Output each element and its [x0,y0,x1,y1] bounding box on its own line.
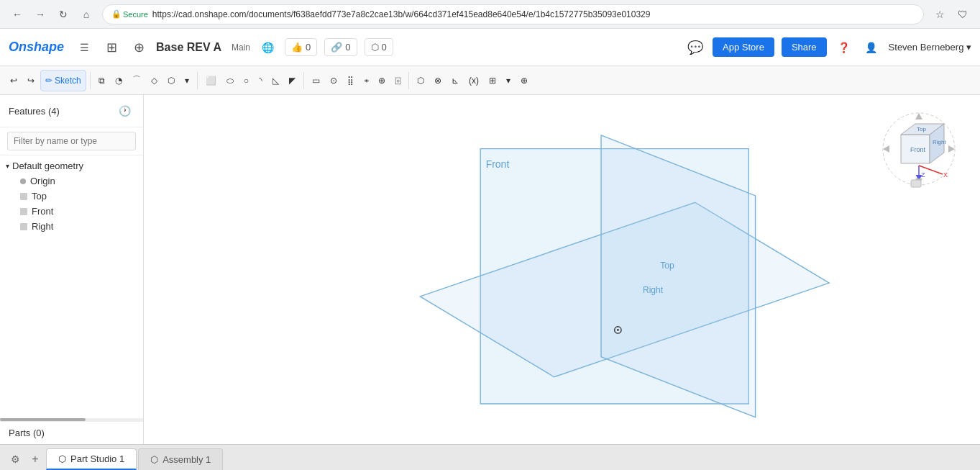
box-icon: ⬜ [206,76,216,86]
sidebar-tree: ▾ Default geometry Origin Top Front [0,155,143,418]
view-icon: ⊞ [489,76,496,86]
tab-part-studio[interactable]: ⬡ Part Studio 1 [46,448,137,470]
viewport[interactable]: Front Top Right Front Top [144,95,980,444]
tab-settings-button[interactable]: ⚙ [6,450,24,469]
default-geometry-group[interactable]: ▾ Default geometry [0,158,143,173]
sphere-button[interactable]: ○ [239,70,253,91]
sketch-button[interactable]: ✏ Sketch [40,70,86,91]
address-bar[interactable]: 🔒 Secure https://cad.onshape.com/documen… [102,4,924,24]
svg-text:Top: Top [917,126,926,132]
draft-button[interactable]: ◤ [285,70,300,91]
sphere-icon: ○ [244,76,249,86]
user-avatar[interactable]: 👤 [861,37,881,58]
user-name[interactable]: Steven Berneberg ▾ [889,42,971,53]
history-button[interactable]: 🕐 [114,101,134,121]
measure-icon: ⊾ [452,76,459,86]
assembly-tab-label: Assembly 1 [162,454,211,465]
extension-button[interactable]: 🛡 [953,4,973,24]
refresh-button[interactable]: ↻ [53,4,73,24]
boolean-icon: ⊕ [378,76,385,86]
boolean-button[interactable]: ⊕ [374,70,390,91]
bookmark-button[interactable]: ☆ [930,4,950,24]
dropdown-icon: ▾ [185,76,189,86]
part-studio-tab-icon: ⬡ [58,453,66,464]
redo-button[interactable]: ↪ [23,70,39,91]
view-cube[interactable]: Front Top Right Z X [879,109,958,189]
copy-button[interactable]: ⧉ [94,70,109,91]
browser-bar: ← → ↻ ⌂ 🔒 Secure https://cad.onshape.com… [0,0,980,29]
split-button[interactable]: ⌻ [391,70,405,91]
pattern-icon: ⣿ [347,76,354,86]
features-title: Features (4) [9,106,60,117]
extrude-button[interactable]: ⬡ [163,70,179,91]
split-icon: ⌻ [395,76,400,86]
plane-button[interactable]: ⬡ [413,70,429,91]
svg-text:Top: Top [660,261,674,271]
secure-badge: 🔒 Secure [111,9,148,19]
home-button[interactable]: ⌂ [76,4,96,24]
sweep-icon: ⌒ [132,74,141,86]
fillet-button[interactable]: ◝ [255,70,267,91]
origin-label: Origin [30,176,55,186]
versions-count: 0 [382,42,387,53]
forward-button[interactable]: → [30,4,50,24]
revolve-button[interactable]: ◔ [111,70,127,91]
sketch-label: Sketch [55,76,81,86]
toolbar-divider-3 [303,72,304,89]
svg-point-7 [617,329,619,331]
svg-marker-21 [883,145,889,153]
chamfer-button[interactable]: ◺ [268,70,283,91]
variable-button[interactable]: (x) [464,70,483,91]
feature-list-button[interactable]: ⊞ [101,37,122,58]
share-button[interactable]: Share [782,37,827,57]
help-button[interactable]: ❓ [834,37,854,58]
cylinder-button[interactable]: ⬭ [222,70,238,91]
filter-input[interactable] [7,132,136,150]
loft-button[interactable]: ◇ [147,70,162,91]
default-geometry-label: Default geometry [12,161,83,171]
chamfer-icon: ◺ [273,76,279,86]
sidebar-item-right[interactable]: Right [0,219,143,234]
extrude-dropdown[interactable]: ▾ [180,70,193,91]
svg-marker-19 [915,113,922,119]
add-button[interactable]: ⊕ [516,70,532,91]
sidebar-item-front[interactable]: Front [0,204,143,219]
pencil-icon: ✏ [45,76,52,86]
app-store-button[interactable]: App Store [713,37,774,57]
likes-count: 0 [306,42,311,53]
globe-button[interactable]: 🌐 [257,37,278,58]
shell-button[interactable]: ▭ [308,70,324,91]
links-count: 0 [345,42,350,53]
measure-button[interactable]: ⊾ [447,70,463,91]
back-button[interactable]: ← [7,4,27,24]
parts-section: Parts (0) [0,421,143,444]
bottom-tabs: ⚙ + ⬡ Part Studio 1 ⬡ Assembly 1 [0,444,980,470]
undo-button[interactable]: ↩ [6,70,22,91]
chat-button[interactable]: 💬 [685,37,705,58]
sidebar-filter [0,127,143,155]
menu-button[interactable]: ☰ [74,37,94,58]
box-button[interactable]: ⬜ [201,70,221,91]
svg-rect-23 [911,180,921,187]
tab-assembly[interactable]: ⬡ Assembly 1 [138,448,223,470]
front-label: Front [32,206,53,217]
versions-icon: ⬡ [371,42,379,53]
mate-button[interactable]: ⊗ [430,70,446,91]
hole-button[interactable]: ⊙ [326,70,342,91]
add-feature-button[interactable]: ⊕ [129,37,149,58]
named-view-button[interactable]: ⊞ [485,70,500,91]
likes-button[interactable]: 👍 0 [285,38,317,56]
app-container: Onshape ☰ ⊞ ⊕ Base REV A Main 🌐 👍 0 🔗 0 … [0,29,980,470]
versions-button[interactable]: ⬡ 0 [365,38,393,56]
mirror-icon: ⧞ [364,76,368,86]
links-button[interactable]: 🔗 0 [324,38,357,56]
branch-label: Main [232,42,250,53]
mirror-button[interactable]: ⧞ [360,70,372,91]
view-dropdown[interactable]: ▾ [502,70,515,91]
sidebar-item-top[interactable]: Top [0,189,143,204]
pattern-button[interactable]: ⣿ [343,70,358,91]
link-icon: 🔗 [331,42,342,53]
sidebar-item-origin[interactable]: Origin [0,173,143,189]
sweep-button[interactable]: ⌒ [128,70,145,91]
tab-add-button[interactable]: + [26,450,45,469]
